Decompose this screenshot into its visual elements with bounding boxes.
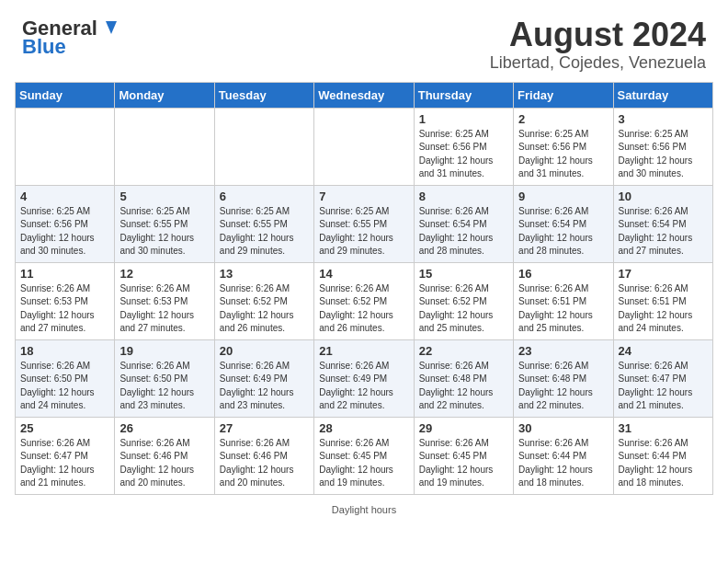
day-number: 30 [518,421,608,435]
day-number: 13 [220,267,309,281]
daylight-label: Daylight hours [332,504,396,515]
calendar-cell: 5Sunrise: 6:25 AM Sunset: 6:55 PM Daylig… [115,185,214,262]
day-number: 29 [419,421,508,435]
calendar-cell: 12Sunrise: 6:26 AM Sunset: 6:53 PM Dayli… [115,262,214,339]
col-header-wednesday: Wednesday [314,82,414,108]
col-header-friday: Friday [514,82,613,108]
page-header: General Blue August 2024 Libertad, Cojed… [0,0,728,82]
day-number: 7 [319,190,408,203]
day-info: Sunrise: 6:26 AM Sunset: 6:45 PM Dayligh… [319,437,408,490]
subtitle: Libertad, Cojedes, Venezuela [490,53,706,73]
calendar-cell: 18Sunrise: 6:26 AM Sunset: 6:50 PM Dayli… [16,339,115,417]
calendar-week-row: 4Sunrise: 6:25 AM Sunset: 6:56 PM Daylig… [16,185,713,262]
calendar-cell: 20Sunrise: 6:26 AM Sunset: 6:49 PM Dayli… [214,339,313,417]
day-info: Sunrise: 6:26 AM Sunset: 6:54 PM Dayligh… [419,205,508,259]
col-header-tuesday: Tuesday [214,82,313,108]
main-title: August 2024 [490,17,706,53]
day-info: Sunrise: 6:25 AM Sunset: 6:55 PM Dayligh… [319,205,408,259]
day-info: Sunrise: 6:26 AM Sunset: 6:53 PM Dayligh… [119,282,209,336]
svg-marker-0 [106,21,117,34]
day-number: 15 [419,267,508,281]
calendar-cell: 22Sunrise: 6:26 AM Sunset: 6:48 PM Dayli… [414,339,513,417]
day-info: Sunrise: 6:26 AM Sunset: 6:48 PM Dayligh… [419,360,508,413]
calendar-cell [214,108,313,185]
day-info: Sunrise: 6:25 AM Sunset: 6:56 PM Dayligh… [20,205,109,259]
logo: General Blue [22,17,119,59]
col-header-monday: Monday [115,82,214,108]
calendar-cell: 7Sunrise: 6:25 AM Sunset: 6:55 PM Daylig… [314,185,414,262]
day-number: 3 [619,112,708,126]
calendar-cell: 28Sunrise: 6:26 AM Sunset: 6:45 PM Dayli… [314,417,414,494]
day-number: 10 [619,190,708,203]
calendar-cell: 4Sunrise: 6:25 AM Sunset: 6:56 PM Daylig… [16,185,115,262]
day-number: 6 [220,190,309,203]
calendar-cell: 21Sunrise: 6:26 AM Sunset: 6:49 PM Dayli… [314,339,414,417]
calendar-cell: 6Sunrise: 6:25 AM Sunset: 6:55 PM Daylig… [214,185,313,262]
day-info: Sunrise: 6:26 AM Sunset: 6:54 PM Dayligh… [518,205,608,259]
day-info: Sunrise: 6:26 AM Sunset: 6:45 PM Dayligh… [419,437,508,490]
day-info: Sunrise: 6:26 AM Sunset: 6:47 PM Dayligh… [20,437,109,490]
calendar-week-row: 11Sunrise: 6:26 AM Sunset: 6:53 PM Dayli… [16,262,713,339]
day-info: Sunrise: 6:26 AM Sunset: 6:48 PM Dayligh… [518,360,608,413]
calendar-cell: 8Sunrise: 6:26 AM Sunset: 6:54 PM Daylig… [414,185,513,262]
col-header-thursday: Thursday [414,82,513,108]
calendar-cell: 23Sunrise: 6:26 AM Sunset: 6:48 PM Dayli… [514,339,613,417]
day-number: 17 [619,267,708,281]
calendar-cell: 13Sunrise: 6:26 AM Sunset: 6:52 PM Dayli… [214,262,313,339]
calendar-cell [314,108,414,185]
logo-icon [98,17,119,38]
calendar-cell: 11Sunrise: 6:26 AM Sunset: 6:53 PM Dayli… [16,262,115,339]
day-number: 2 [518,112,608,126]
day-number: 31 [619,421,708,435]
logo-blue-text: Blue [22,35,66,59]
calendar-cell: 2Sunrise: 6:25 AM Sunset: 6:56 PM Daylig… [514,108,613,185]
day-info: Sunrise: 6:26 AM Sunset: 6:49 PM Dayligh… [220,360,309,413]
calendar-week-row: 25Sunrise: 6:26 AM Sunset: 6:47 PM Dayli… [16,417,713,494]
day-number: 5 [119,190,209,203]
col-header-saturday: Saturday [613,82,712,108]
day-number: 9 [518,190,608,203]
day-info: Sunrise: 6:26 AM Sunset: 6:52 PM Dayligh… [220,282,309,336]
calendar-cell: 10Sunrise: 6:26 AM Sunset: 6:54 PM Dayli… [613,185,712,262]
day-number: 11 [20,267,109,281]
day-number: 20 [220,344,309,358]
day-info: Sunrise: 6:26 AM Sunset: 6:50 PM Dayligh… [20,360,109,413]
calendar-cell: 17Sunrise: 6:26 AM Sunset: 6:51 PM Dayli… [613,262,712,339]
day-number: 16 [518,267,608,281]
calendar-week-row: 1Sunrise: 6:25 AM Sunset: 6:56 PM Daylig… [16,108,713,185]
day-info: Sunrise: 6:26 AM Sunset: 6:51 PM Dayligh… [518,282,608,336]
calendar-cell: 16Sunrise: 6:26 AM Sunset: 6:51 PM Dayli… [514,262,613,339]
day-number: 23 [518,344,608,358]
calendar-cell: 26Sunrise: 6:26 AM Sunset: 6:46 PM Dayli… [115,417,214,494]
day-info: Sunrise: 6:25 AM Sunset: 6:55 PM Dayligh… [119,205,209,259]
title-area: August 2024 Libertad, Cojedes, Venezuela [490,17,706,73]
day-number: 18 [20,344,109,358]
day-info: Sunrise: 6:25 AM Sunset: 6:55 PM Dayligh… [220,205,309,259]
calendar-cell: 14Sunrise: 6:26 AM Sunset: 6:52 PM Dayli… [314,262,414,339]
calendar-cell [16,108,115,185]
day-number: 8 [419,190,508,203]
day-number: 24 [619,344,708,358]
calendar-cell: 29Sunrise: 6:26 AM Sunset: 6:45 PM Dayli… [414,417,513,494]
day-number: 21 [319,344,408,358]
day-number: 28 [319,421,408,435]
day-info: Sunrise: 6:26 AM Sunset: 6:54 PM Dayligh… [619,205,708,259]
calendar-cell: 24Sunrise: 6:26 AM Sunset: 6:47 PM Dayli… [613,339,712,417]
day-number: 14 [319,267,408,281]
day-info: Sunrise: 6:26 AM Sunset: 6:47 PM Dayligh… [619,360,708,413]
day-info: Sunrise: 6:26 AM Sunset: 6:52 PM Dayligh… [419,282,508,336]
day-number: 22 [419,344,508,358]
calendar-cell: 30Sunrise: 6:26 AM Sunset: 6:44 PM Dayli… [514,417,613,494]
calendar-cell [115,108,214,185]
calendar-container: SundayMondayTuesdayWednesdayThursdayFrid… [0,82,728,499]
calendar-cell: 27Sunrise: 6:26 AM Sunset: 6:46 PM Dayli… [214,417,313,494]
calendar-cell: 9Sunrise: 6:26 AM Sunset: 6:54 PM Daylig… [514,185,613,262]
calendar-header-row: SundayMondayTuesdayWednesdayThursdayFrid… [16,82,713,108]
day-info: Sunrise: 6:26 AM Sunset: 6:51 PM Dayligh… [619,282,708,336]
footer: Daylight hours [0,499,728,519]
day-number: 12 [119,267,209,281]
day-info: Sunrise: 6:25 AM Sunset: 6:56 PM Dayligh… [419,128,508,181]
day-number: 19 [119,344,209,358]
day-info: Sunrise: 6:26 AM Sunset: 6:53 PM Dayligh… [20,282,109,336]
calendar-cell: 1Sunrise: 6:25 AM Sunset: 6:56 PM Daylig… [414,108,513,185]
